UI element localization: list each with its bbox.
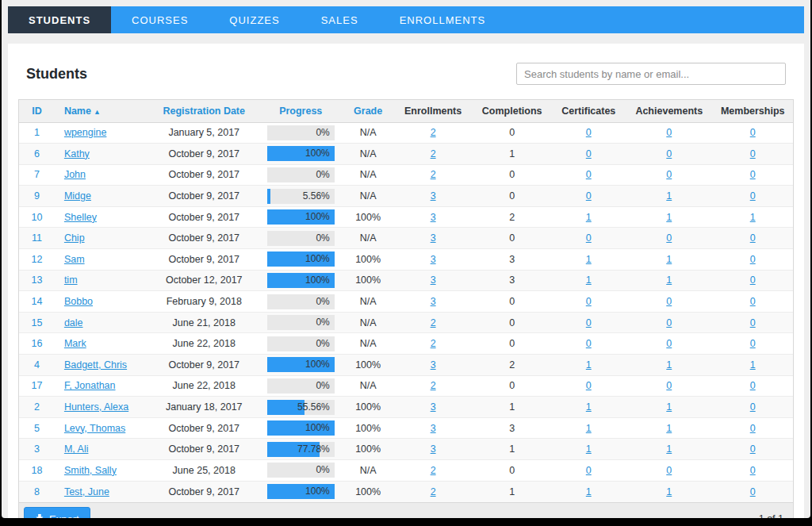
student-achievements-link[interactable]: 1 bbox=[666, 359, 672, 371]
nav-tab-sales[interactable]: SALES bbox=[301, 6, 379, 33]
nav-tab-quizzes[interactable]: QUIZZES bbox=[209, 6, 300, 33]
student-certificates-link[interactable]: 1 bbox=[586, 359, 592, 371]
student-memberships-link[interactable]: 0 bbox=[750, 401, 756, 413]
student-memberships-link[interactable]: 0 bbox=[750, 148, 756, 159]
student-certificates-link[interactable]: 0 bbox=[586, 338, 592, 349]
student-name-link[interactable]: John bbox=[64, 169, 86, 180]
student-achievements-link[interactable]: 0 bbox=[666, 127, 672, 138]
student-achievements-link[interactable]: 1 bbox=[666, 443, 672, 455]
student-enrollments-link[interactable]: 3 bbox=[431, 232, 436, 244]
student-certificates-link[interactable]: 1 bbox=[586, 423, 592, 434]
student-enrollments-link[interactable]: 2 bbox=[431, 465, 436, 476]
student-name-link[interactable]: Levy, Thomas bbox=[64, 423, 125, 434]
search-input[interactable] bbox=[516, 63, 786, 85]
student-memberships-link[interactable]: 0 bbox=[750, 317, 756, 328]
student-memberships-link[interactable]: 0 bbox=[750, 169, 756, 180]
student-certificates-link[interactable]: 1 bbox=[586, 486, 592, 497]
student-memberships-link[interactable]: 0 bbox=[750, 465, 756, 476]
student-name-link[interactable]: Bobbo bbox=[64, 296, 93, 307]
student-memberships-link[interactable]: 1 bbox=[750, 212, 756, 223]
student-certificates-link[interactable]: 0 bbox=[586, 380, 592, 391]
student-certificates-link[interactable]: 1 bbox=[586, 254, 592, 265]
student-achievements-link[interactable]: 1 bbox=[666, 486, 672, 497]
student-memberships-link[interactable]: 0 bbox=[750, 275, 756, 286]
student-certificates-link[interactable]: 0 bbox=[586, 169, 592, 180]
student-certificates-link[interactable]: 1 bbox=[586, 443, 592, 455]
student-name-link[interactable]: Midge bbox=[64, 190, 91, 202]
student-enrollments-link[interactable]: 3 bbox=[431, 423, 436, 434]
student-achievements-link[interactable]: 1 bbox=[666, 212, 672, 223]
student-name-link[interactable]: Shelley bbox=[64, 212, 97, 223]
student-memberships-link[interactable]: 0 bbox=[750, 232, 756, 244]
student-name-link[interactable]: M, Ali bbox=[64, 443, 89, 455]
student-name-link[interactable]: Badgett, Chris bbox=[64, 359, 127, 371]
student-certificates-link[interactable]: 0 bbox=[586, 317, 592, 328]
student-name-link[interactable]: dale bbox=[64, 317, 83, 328]
student-achievements-link[interactable]: 0 bbox=[666, 338, 672, 349]
student-memberships-link[interactable]: 0 bbox=[750, 443, 756, 455]
student-achievements-link[interactable]: 1 bbox=[666, 401, 672, 413]
student-certificates-link[interactable]: 0 bbox=[586, 190, 592, 202]
student-memberships-link[interactable]: 0 bbox=[750, 127, 756, 138]
nav-tab-students[interactable]: STUDENTS bbox=[8, 6, 111, 33]
student-enrollments-link[interactable]: 2 bbox=[431, 317, 436, 328]
student-memberships-link[interactable]: 0 bbox=[750, 254, 756, 265]
student-name-link[interactable]: Sam bbox=[64, 254, 85, 265]
student-memberships-link[interactable]: 0 bbox=[750, 380, 756, 391]
student-memberships-link[interactable]: 0 bbox=[750, 486, 756, 497]
student-achievements-link[interactable]: 0 bbox=[666, 232, 672, 244]
student-enrollments-link[interactable]: 2 bbox=[431, 169, 436, 180]
student-name-link[interactable]: Mark bbox=[64, 338, 86, 349]
student-enrollments-link[interactable]: 2 bbox=[431, 127, 436, 138]
student-achievements-link[interactable]: 1 bbox=[666, 423, 672, 434]
student-name-link[interactable]: Chip bbox=[64, 232, 85, 244]
student-enrollments-link[interactable]: 3 bbox=[431, 190, 436, 202]
student-achievements-link[interactable]: 0 bbox=[666, 169, 672, 180]
student-memberships-link[interactable]: 0 bbox=[750, 338, 756, 349]
student-achievements-link[interactable]: 1 bbox=[666, 254, 672, 265]
student-achievements-link[interactable]: 0 bbox=[666, 148, 672, 159]
column-header-name[interactable]: Name▲ bbox=[55, 100, 149, 122]
column-header-id[interactable]: ID bbox=[19, 100, 55, 122]
export-button[interactable]: Export bbox=[24, 507, 90, 518]
student-enrollments-link[interactable]: 3 bbox=[431, 275, 436, 286]
student-certificates-link[interactable]: 1 bbox=[586, 401, 592, 413]
student-enrollments-link[interactable]: 3 bbox=[431, 212, 436, 223]
student-enrollments-link[interactable]: 3 bbox=[431, 359, 436, 371]
student-enrollments-link[interactable]: 3 bbox=[431, 401, 436, 413]
student-achievements-link[interactable]: 0 bbox=[666, 317, 672, 328]
student-memberships-link[interactable]: 0 bbox=[750, 423, 756, 434]
student-name-link[interactable]: Smith, Sally bbox=[64, 465, 117, 476]
student-memberships-link[interactable]: 0 bbox=[750, 296, 756, 307]
student-name-link[interactable]: Test, June bbox=[64, 486, 109, 497]
student-enrollments-link[interactable]: 2 bbox=[431, 380, 436, 391]
student-enrollments-link[interactable]: 3 bbox=[431, 254, 436, 265]
column-header-grade[interactable]: Grade bbox=[343, 100, 393, 122]
column-header-progress[interactable]: Progress bbox=[259, 100, 343, 122]
student-achievements-link[interactable]: 0 bbox=[666, 296, 672, 307]
student-achievements-link[interactable]: 1 bbox=[666, 275, 672, 286]
student-certificates-link[interactable]: 0 bbox=[586, 465, 592, 476]
student-memberships-link[interactable]: 1 bbox=[750, 359, 756, 371]
student-name-link[interactable]: Hunters, Alexa bbox=[64, 401, 128, 413]
student-enrollments-link[interactable]: 2 bbox=[431, 486, 436, 497]
student-enrollments-link[interactable]: 2 bbox=[431, 338, 436, 349]
student-name-link[interactable]: tim bbox=[64, 275, 78, 286]
nav-tab-enrollments[interactable]: ENROLLMENTS bbox=[379, 6, 507, 33]
student-enrollments-link[interactable]: 3 bbox=[431, 296, 436, 307]
student-name-link[interactable]: Kathy bbox=[64, 148, 90, 159]
student-certificates-link[interactable]: 0 bbox=[586, 296, 592, 307]
student-certificates-link[interactable]: 0 bbox=[586, 232, 592, 244]
student-achievements-link[interactable]: 0 bbox=[666, 465, 672, 476]
student-memberships-link[interactable]: 0 bbox=[750, 190, 756, 202]
student-enrollments-link[interactable]: 3 bbox=[431, 443, 436, 455]
student-certificates-link[interactable]: 0 bbox=[586, 148, 592, 159]
student-name-link[interactable]: wpengine bbox=[64, 127, 107, 138]
nav-tab-courses[interactable]: COURSES bbox=[111, 6, 209, 33]
student-certificates-link[interactable]: 1 bbox=[586, 212, 592, 223]
student-name-link[interactable]: F, Jonathan bbox=[64, 380, 116, 391]
student-achievements-link[interactable]: 1 bbox=[666, 190, 672, 202]
student-enrollments-link[interactable]: 2 bbox=[431, 148, 436, 159]
column-header-date[interactable]: Registration Date bbox=[149, 100, 259, 122]
student-certificates-link[interactable]: 1 bbox=[586, 275, 592, 286]
